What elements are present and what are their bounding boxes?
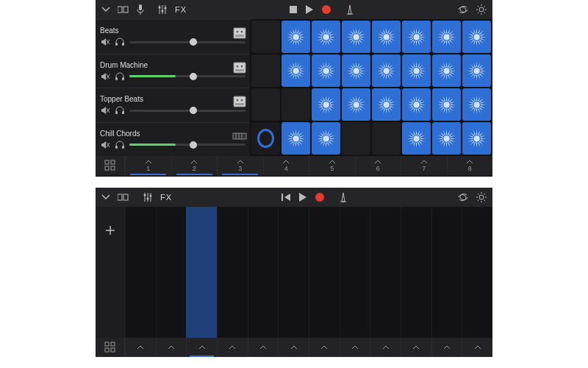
track-header[interactable]: Topper Beats bbox=[96, 88, 250, 122]
section-trigger[interactable] bbox=[186, 338, 217, 357]
section-trigger[interactable] bbox=[309, 338, 340, 357]
loop-cell[interactable] bbox=[342, 54, 370, 87]
loop-cell[interactable] bbox=[312, 54, 340, 87]
loop-cell[interactable] bbox=[462, 54, 491, 87]
loop-cell[interactable] bbox=[282, 122, 310, 155]
headphones-icon[interactable] bbox=[115, 140, 125, 150]
section-trigger[interactable] bbox=[431, 338, 462, 357]
timeline[interactable] bbox=[125, 207, 492, 338]
grid-edit-icon[interactable] bbox=[96, 338, 125, 357]
view-menu-button[interactable] bbox=[101, 7, 110, 13]
settings-icon[interactable] bbox=[476, 4, 487, 15]
loop-cell[interactable] bbox=[312, 21, 340, 53]
track-header[interactable]: Beats bbox=[96, 19, 250, 54]
headphones-icon[interactable] bbox=[115, 71, 125, 82]
section-trigger[interactable] bbox=[401, 338, 431, 357]
loop-cell[interactable] bbox=[372, 88, 401, 121]
column-trigger[interactable]: 6 bbox=[355, 156, 401, 175]
metronome-icon[interactable] bbox=[345, 4, 355, 15]
loop-cell[interactable] bbox=[342, 122, 370, 155]
metronome-icon[interactable] bbox=[338, 192, 348, 202]
fx-button[interactable]: FX bbox=[175, 5, 187, 14]
svg-rect-9 bbox=[290, 6, 297, 13]
volume-slider[interactable] bbox=[129, 75, 245, 77]
loop-cell[interactable] bbox=[462, 122, 491, 155]
settings-icon[interactable] bbox=[476, 192, 487, 202]
volume-slider[interactable] bbox=[129, 41, 245, 43]
layout-toggle-icon[interactable] bbox=[118, 5, 129, 14]
loop-cell[interactable] bbox=[251, 88, 280, 121]
headphones-icon[interactable] bbox=[115, 105, 125, 116]
section-trigger[interactable] bbox=[340, 338, 370, 357]
mute-icon[interactable] bbox=[100, 105, 110, 116]
section-trigger[interactable] bbox=[125, 338, 156, 357]
section-trigger[interactable] bbox=[370, 338, 401, 357]
section-trigger[interactable] bbox=[156, 338, 187, 357]
column-trigger[interactable]: 4 bbox=[263, 156, 309, 175]
track-header[interactable]: Chill Chords bbox=[96, 122, 250, 157]
loop-cell[interactable] bbox=[432, 21, 461, 53]
section-trigger[interactable] bbox=[248, 338, 279, 357]
fx-button[interactable]: FX bbox=[160, 193, 172, 202]
go-to-start-button[interactable] bbox=[281, 192, 291, 202]
section-trigger[interactable] bbox=[217, 338, 248, 357]
loop-cell[interactable] bbox=[402, 122, 431, 155]
drum-machine-icon[interactable] bbox=[232, 94, 247, 109]
drum-machine-icon[interactable] bbox=[232, 60, 247, 75]
volume-slider[interactable] bbox=[129, 110, 245, 112]
loop-browser-icon[interactable] bbox=[457, 192, 469, 202]
loop-cell[interactable] bbox=[402, 21, 431, 53]
loop-cell[interactable] bbox=[402, 88, 431, 121]
loop-cell[interactable] bbox=[282, 88, 310, 121]
mute-icon[interactable] bbox=[100, 140, 110, 150]
loop-cell[interactable] bbox=[251, 54, 280, 87]
loop-cell[interactable] bbox=[432, 54, 461, 87]
play-button[interactable] bbox=[305, 4, 314, 15]
column-trigger[interactable]: 2 bbox=[171, 156, 218, 175]
loop-cell[interactable] bbox=[402, 54, 431, 87]
record-button[interactable] bbox=[321, 4, 331, 15]
keyboard-icon[interactable] bbox=[232, 129, 247, 144]
layout-toggle-icon[interactable] bbox=[118, 193, 129, 202]
headphones-icon[interactable] bbox=[115, 37, 125, 47]
loop-cell[interactable] bbox=[282, 21, 310, 53]
loop-cell[interactable] bbox=[251, 21, 280, 53]
mute-icon[interactable] bbox=[100, 37, 110, 47]
mic-icon[interactable] bbox=[137, 4, 144, 15]
drum-machine-icon[interactable] bbox=[232, 26, 247, 40]
stop-button[interactable] bbox=[289, 5, 298, 14]
svg-rect-81 bbox=[118, 194, 122, 200]
loop-cell[interactable] bbox=[462, 21, 491, 53]
mixer-icon[interactable] bbox=[157, 4, 168, 15]
section-trigger[interactable] bbox=[462, 338, 492, 357]
volume-slider[interactable] bbox=[129, 144, 245, 146]
add-track-button[interactable] bbox=[104, 224, 116, 236]
loop-cell[interactable] bbox=[251, 122, 280, 155]
play-button[interactable] bbox=[298, 192, 307, 202]
section-trigger[interactable] bbox=[278, 338, 309, 357]
grid-edit-icon[interactable] bbox=[96, 156, 125, 175]
column-trigger[interactable]: 1 bbox=[125, 156, 171, 175]
track-header[interactable]: Drum Machine bbox=[96, 54, 250, 88]
column-trigger[interactable]: 8 bbox=[447, 156, 493, 175]
column-trigger[interactable]: 5 bbox=[309, 156, 355, 175]
loop-cell[interactable] bbox=[342, 88, 370, 121]
loop-browser-icon[interactable] bbox=[457, 4, 469, 15]
loop-cell[interactable] bbox=[372, 122, 401, 155]
loop-cell[interactable] bbox=[342, 21, 370, 53]
column-trigger[interactable]: 3 bbox=[217, 156, 263, 175]
loop-cell[interactable] bbox=[372, 21, 401, 53]
loop-cell[interactable] bbox=[312, 88, 340, 121]
record-button[interactable] bbox=[315, 192, 325, 202]
mixer-icon[interactable] bbox=[143, 192, 153, 202]
view-menu-button[interactable] bbox=[101, 194, 110, 200]
loop-cell[interactable] bbox=[432, 122, 461, 155]
timeline-region[interactable] bbox=[186, 207, 217, 338]
mute-icon[interactable] bbox=[100, 71, 110, 82]
loop-cell[interactable] bbox=[312, 122, 340, 155]
loop-cell[interactable] bbox=[282, 54, 310, 87]
column-trigger[interactable]: 7 bbox=[401, 156, 447, 175]
loop-cell[interactable] bbox=[462, 88, 491, 121]
loop-cell[interactable] bbox=[432, 88, 461, 121]
loop-cell[interactable] bbox=[372, 54, 401, 87]
